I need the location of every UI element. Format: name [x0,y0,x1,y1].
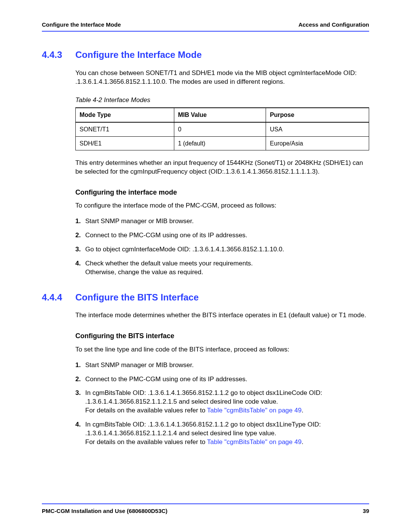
section-443-body: You can chose between SONET/T1 and SDH/E… [75,69,369,277]
table-header-row: Mode Type MIB Value Purpose [76,108,369,122]
section-title: Configure the BITS Interface [75,291,199,304]
step-text: Connect to the PMC-CGM using one of its … [85,232,247,239]
sub-intro: To configure the interface mode of the P… [75,201,369,210]
table-caption: Table 4-2 Interface Modes [75,96,369,105]
th-mib-value: MIB Value [174,108,266,122]
step: Connect to the PMC-CGM using one of its … [75,231,369,240]
step: Connect to the PMC-CGM using one of its … [75,375,369,384]
step-post: . [301,407,303,414]
steps-list-443: Start SNMP manager or MIB browser. Conne… [75,217,369,277]
section-number: 4.4.4 [42,291,75,304]
section-number: 4.4.3 [42,49,75,61]
table-row: SONET/T1 0 USA [76,122,369,136]
step: Start SNMP manager or MIB browser. [75,217,369,226]
step-text: Start SNMP manager or MIB browser. [85,361,194,369]
td: USA [266,122,369,136]
subheading: Configuring the interface mode [75,188,369,197]
step-text: Go to object cgmInterfaceMode OID: .1.3.… [85,246,284,253]
td: 0 [174,122,266,136]
footer-left: PMC-CGM Installation and Use (6806800D53… [42,507,167,515]
th-mode-type: Mode Type [76,108,174,122]
xref-link[interactable]: Table "cgmBitsTable" on page 49 [207,407,301,414]
subheading: Configuring the BITS interface [75,331,369,340]
td: SONET/T1 [76,122,174,136]
page: Configure the Interface Mode Access and … [0,0,411,532]
page-header: Configure the Interface Mode Access and … [42,21,369,32]
section-heading-444: 4.4.4 Configure the BITS Interface [42,291,369,304]
header-left: Configure the Interface Mode [42,21,121,29]
step: Start SNMP manager or MIB browser. [75,361,369,370]
step-text: Start SNMP manager or MIB browser. [85,217,194,225]
step: In cgmBitsTable OID: .1.3.6.1.4.1.3656.8… [75,389,369,415]
step-post: . [301,438,303,446]
th-purpose: Purpose [266,108,369,122]
td: 1 (default) [174,136,266,150]
intro-paragraph: You can chose between SONET/T1 and SDH/E… [75,69,369,86]
section-heading-443: 4.4.3 Configure the Interface Mode [42,49,369,61]
td: SDH/E1 [76,136,174,150]
step: Check whether the default value meets yo… [75,259,369,277]
header-right: Access and Configuration [298,21,369,29]
step: Go to object cgmInterfaceMode OID: .1.3.… [75,245,369,254]
steps-list-444: Start SNMP manager or MIB browser. Conne… [75,361,369,447]
step-text: Connect to the PMC-CGM using one of its … [85,375,247,383]
interface-modes-table: Mode Type MIB Value Purpose SONET/T1 0 U… [75,107,369,150]
after-table-paragraph: This entry determines whether an input f… [75,159,369,176]
table-row: SDH/E1 1 (default) Europe/Asia [76,136,369,150]
footer-page-number: 39 [363,507,369,515]
td: Europe/Asia [266,136,369,150]
page-footer: PMC-CGM Installation and Use (6806800D53… [42,503,369,515]
section-title: Configure the Interface Mode [75,49,202,61]
step-text: Check whether the default value meets yo… [85,260,253,276]
sub-intro: To set the line type and line code of th… [75,345,369,354]
section-444-body: The interface mode determines whether th… [75,311,369,447]
xref-link[interactable]: Table "cgmBitsTable" on page 49 [207,438,301,446]
step: In cgmBitsTable OID: .1.3.6.1.4.1.3656.8… [75,420,369,447]
intro-paragraph: The interface mode determines whether th… [75,311,369,320]
